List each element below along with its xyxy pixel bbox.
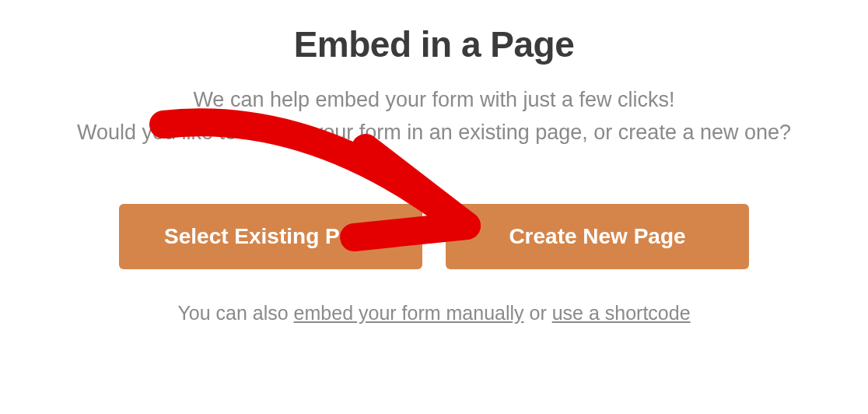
button-row: Select Existing Page Create New Page [47,204,821,269]
footnote-prefix: You can also [177,302,293,324]
footnote-middle: or [524,302,552,324]
modal-description: We can help embed your form with just a … [47,84,821,149]
description-line-2: Would you like to embed your form in an … [77,121,791,144]
embed-manually-link[interactable]: embed your form manually [294,302,524,324]
footnote: You can also embed your form manually or… [47,302,821,325]
create-new-page-button[interactable]: Create New Page [446,204,749,269]
embed-modal: Embed in a Page We can help embed your f… [0,0,868,325]
select-existing-page-button[interactable]: Select Existing Page [119,204,422,269]
modal-title: Embed in a Page [47,23,821,65]
description-line-1: We can help embed your form with just a … [193,88,674,111]
use-shortcode-link[interactable]: use a shortcode [552,302,691,324]
